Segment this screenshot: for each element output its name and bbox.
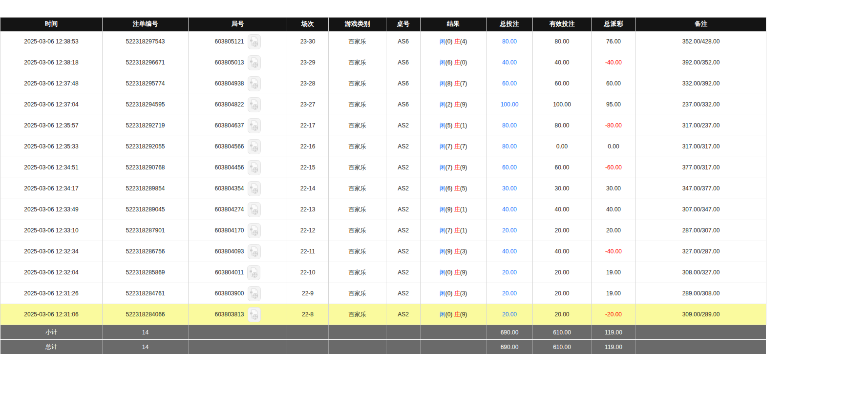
- result-player-label: 闲: [440, 101, 445, 108]
- result-player-score: (9): [445, 248, 453, 255]
- time-cell: 2025-03-06 12:31:26: [0, 283, 103, 304]
- table-row[interactable]: 2025-03-06 12:32:04522318285869603804011…: [0, 262, 766, 283]
- result-banker-score: (9): [460, 101, 467, 108]
- table-row[interactable]: 2025-03-06 12:31:06522318284066603803813…: [0, 304, 766, 325]
- video-icon[interactable]: [248, 202, 261, 217]
- remark-cell: 377.00/317.00: [636, 157, 766, 178]
- video-icon[interactable]: [248, 160, 261, 175]
- round-cell: 603805013: [189, 52, 287, 73]
- session-cell: 22-16: [287, 136, 329, 157]
- round-cell-inner: 603803900: [214, 286, 260, 301]
- video-icon[interactable]: [248, 181, 261, 196]
- video-icon[interactable]: [248, 118, 261, 133]
- round-number: 603805121: [214, 38, 244, 45]
- result-banker-score: (9): [460, 311, 467, 318]
- table-no-cell: AS6: [386, 94, 421, 115]
- session-cell: 23-29: [287, 52, 329, 73]
- round-cell: 603804093: [189, 241, 287, 262]
- video-icon[interactable]: [248, 34, 261, 49]
- round-cell: 603804822: [189, 94, 287, 115]
- video-icon[interactable]: [248, 76, 261, 91]
- bet-id-cell: 522318284761: [103, 283, 189, 304]
- session-cell: 22-15: [287, 157, 329, 178]
- table-row[interactable]: 2025-03-06 12:34:51522318290768603804456…: [0, 157, 766, 178]
- result-banker-label: 庄: [454, 38, 460, 45]
- result-player-score: (0): [445, 311, 453, 318]
- table-row[interactable]: 2025-03-06 12:38:18522318296671603805013…: [0, 52, 766, 73]
- table-row[interactable]: 2025-03-06 12:33:10522318287901603804170…: [0, 220, 766, 241]
- result-banker-label: 庄: [454, 248, 460, 255]
- total-bet-value: 20.00: [502, 269, 517, 276]
- table-row[interactable]: 2025-03-06 12:37:04522318294595603804822…: [0, 94, 766, 115]
- total-bet-value: 40.00: [502, 248, 517, 255]
- table-row[interactable]: 2025-03-06 12:32:34522318286756603804093…: [0, 241, 766, 262]
- round-number: 603805013: [214, 59, 244, 66]
- bet-id-cell: 522318297543: [103, 31, 189, 52]
- table-no-cell: AS2: [386, 241, 421, 262]
- time-cell: 2025-03-06 12:33:10: [0, 220, 103, 241]
- result-player-label: 闲: [440, 290, 445, 297]
- payout-cell: 76.00: [592, 31, 636, 52]
- result-player-label: 闲: [440, 185, 445, 192]
- game-type-cell: 百家乐: [329, 136, 386, 157]
- result-player-score: (0): [445, 290, 453, 297]
- total-bet-value: 40.00: [502, 206, 517, 213]
- video-icon[interactable]: [248, 244, 261, 259]
- result-player-score: (5): [445, 122, 453, 129]
- payout-value: -20.00: [605, 311, 622, 318]
- video-icon[interactable]: [248, 97, 261, 112]
- footer-total-bet-cell: 690.00: [487, 340, 533, 354]
- video-icon[interactable]: [248, 55, 261, 70]
- total-bet-value: 30.00: [502, 185, 517, 192]
- session-cell: 23-28: [287, 73, 329, 94]
- bet-id-cell: 522318287901: [103, 220, 189, 241]
- footer-payout-cell: 119.00: [592, 340, 636, 354]
- result-banker-label: 庄: [454, 206, 460, 213]
- result-player-label: 闲: [440, 59, 445, 66]
- payout-cell: -80.00: [592, 115, 636, 136]
- video-icon[interactable]: [248, 139, 261, 154]
- total-bet-value: 100.00: [501, 101, 519, 108]
- result-banker-score: (0): [460, 59, 467, 66]
- video-icon[interactable]: [247, 265, 260, 280]
- time-cell: 2025-03-06 12:32:04: [0, 262, 103, 283]
- footer-empty-cell: [421, 340, 487, 354]
- table-row[interactable]: 2025-03-06 12:38:53522318297543603805121…: [0, 31, 766, 52]
- table-row[interactable]: 2025-03-06 12:37:48522318295774603804938…: [0, 73, 766, 94]
- round-cell-inner: 603803813: [214, 307, 260, 322]
- bet-id-cell: 522318296671: [103, 52, 189, 73]
- footer-label-cell: 小计: [0, 325, 103, 340]
- payout-value: -60.00: [605, 164, 622, 171]
- total-bet-cell: 80.00: [487, 115, 533, 136]
- result-banker-label: 庄: [454, 227, 460, 234]
- video-icon[interactable]: [248, 307, 261, 322]
- table-row[interactable]: 2025-03-06 12:34:17522318289854603804354…: [0, 178, 766, 199]
- total-bet-value: 20.00: [502, 227, 517, 234]
- table-footer: 小计14690.00610.00119.00总计14690.00610.0011…: [0, 325, 766, 354]
- round-cell: 603805121: [189, 31, 287, 52]
- table-body: 2025-03-06 12:38:53522318297543603805121…: [0, 31, 766, 325]
- payout-cell: -40.00: [592, 52, 636, 73]
- total-bet-cell: 20.00: [487, 262, 533, 283]
- round-number: 603804456: [214, 164, 244, 171]
- video-icon[interactable]: [248, 223, 261, 238]
- payout-cell: 30.00: [592, 178, 636, 199]
- payout-value: 0.00: [608, 143, 619, 150]
- footer-empty-cell: [636, 340, 766, 354]
- video-icon[interactable]: [248, 286, 261, 301]
- total-bet-value: 60.00: [502, 80, 517, 87]
- footer-empty-cell: [329, 325, 386, 340]
- table-row[interactable]: 2025-03-06 12:35:33522318292055603804566…: [0, 136, 766, 157]
- round-number: 603804011: [215, 269, 244, 276]
- table-row[interactable]: 2025-03-06 12:35:57522318292719603804637…: [0, 115, 766, 136]
- column-header-table_no: 桌号: [386, 18, 421, 31]
- footer-valid-bet-cell: 610.00: [533, 325, 592, 340]
- table-no-cell: AS6: [386, 52, 421, 73]
- result-player-score: (8): [445, 80, 453, 87]
- table-row[interactable]: 2025-03-06 12:33:49522318289045603804274…: [0, 199, 766, 220]
- payout-value: -80.00: [605, 122, 622, 129]
- result-banker-label: 庄: [454, 164, 460, 171]
- table-row[interactable]: 2025-03-06 12:31:26522318284761603803900…: [0, 283, 766, 304]
- column-header-game: 游戏类别: [329, 18, 386, 31]
- result-cell: 闲(2) 庄(9): [421, 94, 487, 115]
